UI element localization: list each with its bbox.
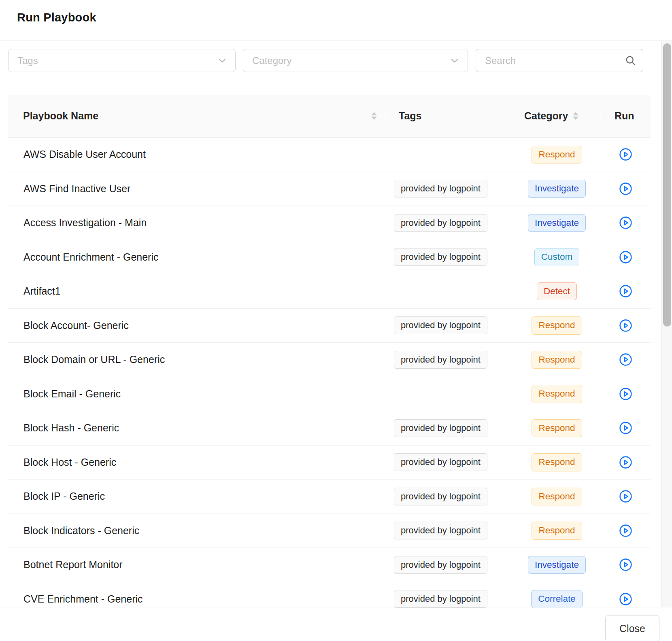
provided-by-logpoint-tag: provided by logpoint [394, 488, 487, 505]
run-cell [601, 148, 651, 161]
category-cell: Respond [513, 419, 601, 437]
column-header-playbook-name[interactable]: Playbook Name [8, 110, 386, 122]
column-header-run: Run [601, 110, 651, 122]
tags-cell: provided by logpoint [386, 180, 513, 197]
column-divider [601, 109, 601, 123]
category-cell: Detect [513, 282, 601, 301]
run-cell [601, 216, 651, 229]
table-row: Block Host - Genericprovided by logpoint… [8, 446, 651, 480]
table-row: Block Indicators - Genericprovided by lo… [8, 514, 651, 548]
play-circle-icon [619, 319, 632, 332]
column-header-category[interactable]: Category [513, 110, 601, 122]
playbook-name: Account Enrichment - Generic [8, 251, 386, 263]
category-badge: Investigate [528, 214, 586, 232]
table-row: Account Enrichment - Genericprovided by … [8, 240, 651, 275]
caret-up-down-icon [371, 112, 377, 120]
category-filter-input[interactable] [243, 55, 450, 66]
playbook-name: CVE Enrichment - Generic [8, 593, 386, 605]
run-cell [601, 490, 651, 503]
playbook-name: Botnet Report Monitor [8, 559, 386, 571]
run-cell [601, 387, 651, 401]
table-row: Block Email - GenericRespond [8, 377, 651, 412]
run-playbook-button[interactable] [619, 558, 632, 571]
provided-by-logpoint-tag: provided by logpoint [394, 556, 487, 574]
tags-filter-input[interactable] [9, 55, 217, 66]
category-cell: Respond [513, 316, 601, 335]
run-playbook-button[interactable] [619, 182, 632, 195]
run-playbook-button[interactable] [619, 524, 632, 537]
provided-by-logpoint-tag: provided by logpoint [394, 248, 487, 266]
playbook-name: Block Host - Generic [8, 456, 386, 468]
category-badge: Custom [534, 248, 580, 266]
run-playbook-button[interactable] [619, 319, 632, 332]
playbook-name-sorter[interactable] [366, 95, 377, 137]
run-cell [601, 592, 651, 606]
playbook-name: Block Domain or URL - Generic [8, 354, 386, 365]
category-cell: Custom [513, 248, 601, 266]
modal-title: Run Playbook [17, 11, 96, 24]
run-cell [601, 421, 651, 435]
run-playbook-button[interactable] [619, 592, 632, 606]
category-cell: Respond [513, 522, 601, 540]
scrollbar-thumb[interactable] [663, 43, 671, 327]
play-circle-icon [619, 490, 632, 503]
run-cell [601, 353, 651, 366]
run-playbook-button[interactable] [619, 490, 632, 503]
tags-cell: provided by logpoint [386, 522, 513, 539]
tags-cell: provided by logpoint [386, 351, 513, 369]
category-badge: Respond [532, 146, 582, 164]
run-playbook-button[interactable] [619, 387, 632, 401]
playbook-name: Block Account- Generic [8, 320, 386, 331]
tags-filter-select[interactable] [8, 49, 236, 72]
close-button[interactable]: Close [605, 615, 659, 641]
table-row: AWS Disable User AccountRespond [8, 138, 651, 172]
category-cell: Respond [513, 385, 601, 403]
run-playbook-button[interactable] [619, 421, 632, 435]
header-divider [0, 40, 672, 41]
play-circle-icon [619, 592, 632, 606]
provided-by-logpoint-tag: provided by logpoint [394, 590, 487, 608]
search-button[interactable] [618, 49, 643, 72]
provided-by-logpoint-tag: provided by logpoint [394, 522, 487, 539]
category-badge: Respond [532, 351, 582, 369]
playbook-table: Playbook Name Tags Category Run AWS Disa… [8, 95, 651, 608]
caret-up-down-icon [573, 112, 578, 120]
table-row: Block Hash - Genericprovided by logpoint… [8, 411, 651, 446]
category-cell: Respond [513, 453, 601, 471]
column-header-tags: Tags [386, 110, 513, 122]
run-cell [601, 558, 651, 571]
run-playbook-button[interactable] [619, 148, 632, 161]
search-icon [625, 55, 637, 67]
play-circle-icon [619, 250, 632, 264]
column-divider [386, 109, 386, 123]
table-row: CVE Enrichment - Genericprovided by logp… [8, 582, 651, 608]
category-badge: Investigate [528, 556, 586, 574]
category-cell: Respond [513, 488, 601, 506]
category-cell: Investigate [513, 180, 601, 198]
provided-by-logpoint-tag: provided by logpoint [394, 351, 487, 369]
run-cell [601, 284, 651, 298]
chevron-down-icon [450, 56, 459, 66]
run-playbook-button[interactable] [619, 284, 632, 298]
play-circle-icon [619, 284, 632, 298]
category-badge: Correlate [531, 590, 583, 608]
scrollbar-track[interactable] [661, 41, 672, 607]
search-box[interactable] [476, 49, 643, 72]
run-playbook-button[interactable] [619, 250, 632, 264]
run-playbook-modal: Run Playbook Playbook Name Tags [0, 0, 672, 641]
category-badge: Respond [532, 522, 582, 540]
category-badge: Detect [537, 282, 577, 301]
playbook-name: Artifact1 [8, 285, 386, 297]
category-filter-select[interactable] [243, 49, 468, 72]
run-playbook-button[interactable] [619, 216, 632, 229]
table-row: Block IP - Genericprovided by logpointRe… [8, 480, 651, 514]
tags-cell: provided by logpoint [386, 214, 513, 232]
table-row: Block Account- Genericprovided by logpoi… [8, 309, 651, 343]
column-divider [513, 109, 513, 123]
run-playbook-button[interactable] [619, 353, 632, 366]
run-cell [601, 319, 651, 332]
play-circle-icon [619, 387, 632, 401]
category-cell: Respond [513, 351, 601, 369]
search-input[interactable] [476, 55, 618, 66]
run-playbook-button[interactable] [619, 456, 632, 469]
